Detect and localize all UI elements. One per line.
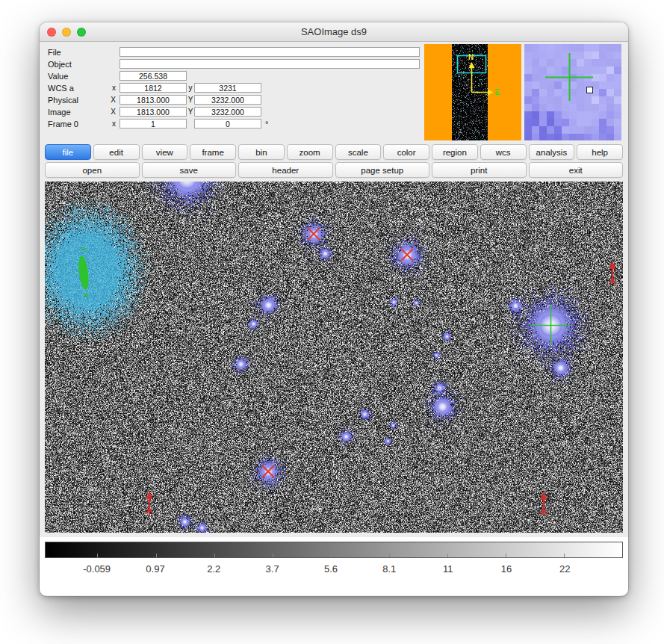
image-canvas[interactable] <box>45 182 623 533</box>
frame-angle-field[interactable] <box>194 119 261 129</box>
frame-label: Frame 0 <box>45 120 105 129</box>
physical-x-field[interactable] <box>120 95 187 105</box>
colorbar-tick <box>389 554 390 557</box>
magnifier-canvas[interactable] <box>524 44 621 140</box>
value-field[interactable] <box>120 71 187 81</box>
menu-frame[interactable]: frame <box>190 144 236 160</box>
menu-help[interactable]: help <box>577 144 623 160</box>
wcs-label: WCS a <box>45 84 105 93</box>
menu-bin[interactable]: bin <box>238 144 285 160</box>
minimize-button[interactable] <box>62 28 71 37</box>
image-y-label: Y <box>187 108 194 116</box>
image-x-field[interactable] <box>120 107 187 117</box>
physical-y-field[interactable] <box>194 95 261 105</box>
wcs-y-field[interactable] <box>194 83 261 93</box>
colorbar-tick-label: 0.97 <box>146 563 164 575</box>
page-setup-button[interactable]: page setup <box>335 162 430 178</box>
menu-wcs[interactable]: wcs <box>480 144 527 160</box>
main-area: File Object Value WCS a x <box>40 42 628 537</box>
colorbar-tick-label: 11 <box>443 563 453 575</box>
header-button[interactable]: header <box>238 162 333 178</box>
menu-edit[interactable]: edit <box>93 144 140 160</box>
wcs-row: WCS a x y <box>45 82 421 93</box>
colorbar-tick <box>156 554 157 557</box>
titlebar[interactable]: SAOImage ds9 <box>40 22 628 42</box>
menu-file[interactable]: file <box>45 144 91 160</box>
colorbar-tick-label: 22 <box>559 563 570 575</box>
action-bar: opensaveheaderpage setupprintexit <box>45 162 623 178</box>
top-panel: File Object Value WCS a x <box>45 44 623 140</box>
colorbar-tick <box>564 554 565 557</box>
menu-view[interactable]: view <box>142 144 188 160</box>
colorbar-tick-label: 8.1 <box>382 563 396 575</box>
image-row: Image X Y <box>45 106 421 117</box>
physical-label: Physical <box>45 96 105 105</box>
open-button[interactable]: open <box>45 162 140 178</box>
colorbar[interactable] <box>45 542 623 558</box>
physical-x-label: X <box>105 96 120 104</box>
menu-scale[interactable]: scale <box>335 144 382 160</box>
value-label: Value <box>45 72 105 81</box>
menu-region[interactable]: region <box>432 144 478 160</box>
wcs-x-field[interactable] <box>120 83 187 93</box>
close-button[interactable] <box>47 28 56 37</box>
colorbar-tick <box>331 554 332 557</box>
file-row: File <box>45 46 421 58</box>
colorbar-tick <box>97 554 98 557</box>
physical-row: Physical X Y <box>45 94 421 105</box>
image-y-field[interactable] <box>194 107 261 117</box>
colorbar-tick <box>214 554 215 557</box>
exit-button[interactable]: exit <box>529 162 624 178</box>
colorbar-tick-label: -0.059 <box>83 563 111 575</box>
colorbar-tick-label: 2.2 <box>207 563 220 575</box>
physical-y-label: Y <box>187 96 194 104</box>
value-row: Value <box>45 70 421 81</box>
colorbar-tick <box>273 554 273 557</box>
maximize-button[interactable] <box>77 28 86 37</box>
object-label: Object <box>45 60 105 69</box>
menu-color[interactable]: color <box>383 144 429 160</box>
colorbar-tick <box>506 554 506 557</box>
file-field[interactable] <box>120 47 420 57</box>
wcs-x-label: x <box>105 84 120 92</box>
degree-unit-label: ° <box>265 120 268 129</box>
object-row: Object <box>45 58 421 69</box>
image-label: Image <box>45 108 105 117</box>
menu-zoom[interactable]: zoom <box>287 144 333 160</box>
colorbar-tick-label: 5.6 <box>324 563 338 575</box>
panner-canvas[interactable] <box>424 44 521 140</box>
window-title: SAOImage ds9 <box>301 26 367 37</box>
print-button[interactable]: print <box>432 162 527 178</box>
frame-row: Frame 0 x ° <box>45 118 421 129</box>
object-field[interactable] <box>120 59 420 69</box>
file-label: File <box>45 48 105 57</box>
colorbar-tick <box>447 554 448 557</box>
save-button[interactable]: save <box>142 162 237 178</box>
menu-bar: fileeditviewframebinzoomscalecolorregion… <box>45 144 623 160</box>
colorbar-labels: -0.0590.972.23.75.68.1111622 <box>45 563 623 577</box>
frame-x-field[interactable] <box>120 119 187 129</box>
colorbar-section: -0.0590.972.23.75.68.1111622 <box>40 537 628 595</box>
frame-x-label: x <box>105 120 120 128</box>
info-panel: File Object Value WCS a x <box>45 44 421 140</box>
image-x-label: X <box>105 108 120 116</box>
ds9-window: SAOImage ds9 File Object Value <box>40 22 628 596</box>
colorbar-tick-label: 3.7 <box>266 563 279 575</box>
colorbar-tick-label: 16 <box>501 563 512 575</box>
wcs-y-label: y <box>187 84 194 92</box>
menu-analysis[interactable]: analysis <box>529 144 575 160</box>
traffic-lights <box>47 28 86 37</box>
